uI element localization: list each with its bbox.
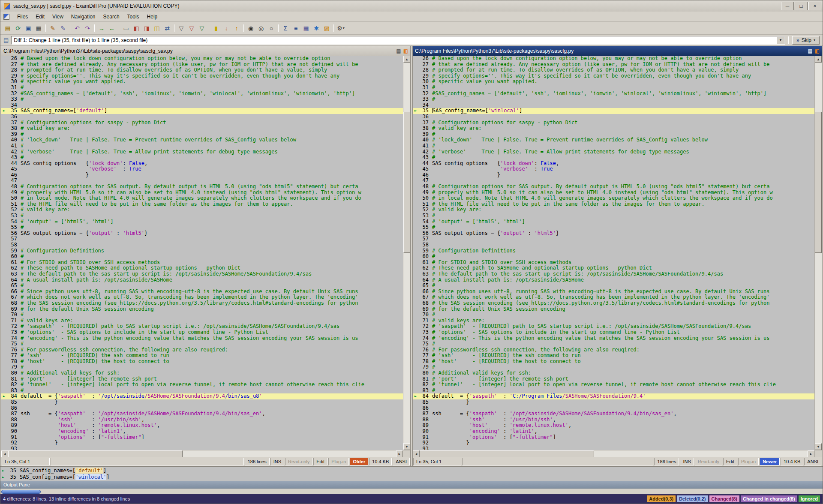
menu-search[interactable]: Search [99,12,123,21]
scrollbar-thumb[interactable] [403,112,410,253]
code-line-42[interactable]: 42# 'verbose' - True | False. True = All… [1,149,403,155]
code-line-50[interactable]: 50# in local mode. Note that HTML 4.0 wi… [413,195,814,201]
scroll-up-icon[interactable]: ▲ [403,56,410,63]
code-line-33[interactable]: 33# [1,96,403,102]
minimize-button[interactable]: ─ [781,2,794,10]
menu-files[interactable]: Files [13,12,32,21]
code-line-69[interactable]: 69# for the default Unix SAS session enc… [413,306,814,312]
edit-indicator[interactable]: Edit [313,458,327,465]
code-line-60[interactable]: 60# [413,254,814,260]
code-line-44[interactable]: 44SAS_config_options = {'lock_down': Fal… [1,161,403,167]
code-line-87[interactable]: 87ssh = {'saspath' : '/opt/sasinside/SAS… [1,411,403,417]
code-line-63[interactable]: 63# The default path to the sas start up… [413,271,814,277]
code-line-49[interactable]: 49# properly with HTML 5.0 so it can als… [413,190,814,196]
edit-first-file-button[interactable]: ✎ [48,23,58,33]
code-line-46[interactable]: 46 } [1,172,403,178]
code-line-85[interactable]: 85 } [413,399,814,405]
menu-tools[interactable]: Tools [123,12,143,21]
code-line-86[interactable]: 86 [413,405,814,411]
code-line-34[interactable]: 34 [413,102,814,108]
code-line-43[interactable]: 43# [413,155,814,161]
code-line-62[interactable]: 62# These need path to SASHome and optio… [413,265,814,271]
code-line-73[interactable]: 73# 'options' - SAS options to include i… [413,330,814,336]
code-line-46[interactable]: 46 } [413,172,814,178]
code-line-69[interactable]: 69# for the default Unix SAS session enc… [1,306,403,312]
output-pane-scrollbar[interactable] [0,489,823,494]
show-differences-button[interactable]: ◫ [152,23,162,33]
code-line-67[interactable]: 67# which does not work well as utf-8. S… [1,294,403,300]
code-line-74[interactable]: 74# 'encoding' - This is the python enco… [1,336,403,342]
open-compare-button[interactable]: ▤ [3,23,13,33]
code-line-35[interactable]: ►35SAS_config_names=['default'] [1,108,403,114]
code-line-45[interactable]: 45 'verbose' : True [413,166,814,172]
code-line-56[interactable]: 56SAS_output_options = {'output' : 'html… [1,231,403,237]
code-line-58[interactable]: 58 [1,242,403,248]
code-line-80[interactable]: 80# Additional valid keys for ssh: [1,370,403,376]
right-vertical-scrollbar[interactable]: ▲ ▼ [814,56,822,450]
scrollbar-track[interactable] [8,450,396,457]
next-inline-diff-button[interactable]: ↓ [221,23,231,33]
left-vertical-scrollbar[interactable]: ▲ ▼ [403,56,410,450]
code-line-83[interactable]: 83# [1,388,403,394]
code-line-57[interactable]: 57 [1,236,403,242]
code-line-37[interactable]: 37# Configuration options for saspy - py… [413,120,814,126]
code-line-85[interactable]: 85 } [1,399,403,405]
scroll-up-icon[interactable]: ▲ [815,56,822,63]
code-line-78[interactable]: 78# 'host' - [REQUIRED] the host to conn… [413,359,814,365]
code-line-72[interactable]: 72# 'saspath' - [REQUIRED] path to SAS s… [413,324,814,330]
code-line-38[interactable]: 38# valid key are: [413,126,814,132]
next-difference-button[interactable]: → [96,23,107,33]
code-line-36[interactable]: 36 [413,114,814,120]
code-line-49[interactable]: 49# properly with HTML 5.0 so it can als… [1,190,403,196]
output-pane-caption[interactable]: Output Pane [0,481,823,489]
code-line-75[interactable]: 75# [413,341,814,347]
code-line-64[interactable]: 64# A usual install path is: /opt/sasins… [1,277,403,283]
code-line-66[interactable]: 66# Since python uses utf-8, running SAS… [1,289,403,295]
code-line-84[interactable]: ►84default = {'saspath' : 'C:/Program Fi… [413,393,814,399]
code-line-61[interactable]: 61# For STDIO and STDIO over SSH access … [413,260,814,266]
code-line-83[interactable]: 83# [413,388,814,394]
code-line-72[interactable]: 72# 'saspath' - [REQUIRED] path to SAS s… [1,324,403,330]
pane-menu-icon[interactable]: ▤ [808,48,812,54]
previous-difference-button[interactable]: ← [107,23,117,33]
skip-diff-button[interactable]: » Skip ▾ [792,36,820,45]
code-line-51[interactable]: 51# the HTML file will need to be put in… [413,201,814,207]
code-line-38[interactable]: 38# valid key are: [1,126,403,132]
code-line-76[interactable]: 76# For passwordless ssh connection, the… [1,347,403,353]
code-line-28[interactable]: 28# prompted for at run time. To disallo… [1,67,403,73]
combobox-dropdown-button[interactable]: ▼ [777,36,784,44]
left-pane-header[interactable]: C:\Program Files\Python\Python37\Lib\sit… [1,46,410,56]
close-button[interactable]: × [808,2,821,10]
code-line-29[interactable]: 29# specify options=''. This way it's sp… [413,73,814,79]
code-line-68[interactable]: 68# the SAS session encoding (see https:… [1,300,403,306]
code-line-31[interactable]: 31# [413,85,814,91]
pane-refresh-icon[interactable]: ◧ [403,48,408,54]
print-button[interactable]: ▦ [33,23,44,33]
code-line-35[interactable]: ►35SAS_config_names=['winlocal'] [413,108,814,114]
code-line-77[interactable]: 77# 'ssh' - [REQUIRED] the ssh command t… [413,353,814,359]
code-line-80[interactable]: 80# Additional valid keys for ssh: [413,370,814,376]
code-line-52[interactable]: 52# valid key are: [413,207,814,213]
menu-help[interactable]: Help [143,12,162,21]
code-line-90[interactable]: 90 'encoding' : 'latin1', [1,429,403,435]
code-line-45[interactable]: 45 'verbose' : True [1,166,403,172]
find-previous-button[interactable]: ○ [266,23,276,33]
filter-options-button[interactable]: ▽ [197,23,207,33]
code-line-84[interactable]: ►84default = {'saspath' : '/opt/sasinsid… [1,393,403,399]
code-line-91[interactable]: 91 'options' : ["-fullstimer"] [413,435,814,441]
code-line-39[interactable]: 39# [1,132,403,138]
code-line-55[interactable]: 55# [413,225,814,231]
code-line-75[interactable]: 75# [1,341,403,347]
scrollbar-track[interactable] [815,63,822,443]
code-line-57[interactable]: 57 [413,236,814,242]
synchronized-scrolling-button[interactable]: ⇄ [162,23,172,33]
code-line-36[interactable]: 36 [1,114,403,120]
code-line-82[interactable]: 82# 'tunnel' - [integer] local port to o… [413,382,814,388]
code-line-40[interactable]: 40# 'lock_down' - True | False. True = P… [1,137,403,143]
code-line-89[interactable]: 89 'host' : 'remote.linux.host', [1,423,403,429]
code-line-40[interactable]: 40# 'lock_down' - True | False. True = P… [413,137,814,143]
code-line-32[interactable]: 32#SAS_config_names = ['default', 'ssh',… [1,91,403,97]
settings-button[interactable]: ⚙▾ [336,23,346,33]
save-button[interactable]: ▣ [23,23,33,33]
options-grid-button[interactable]: ▦ [301,23,311,33]
